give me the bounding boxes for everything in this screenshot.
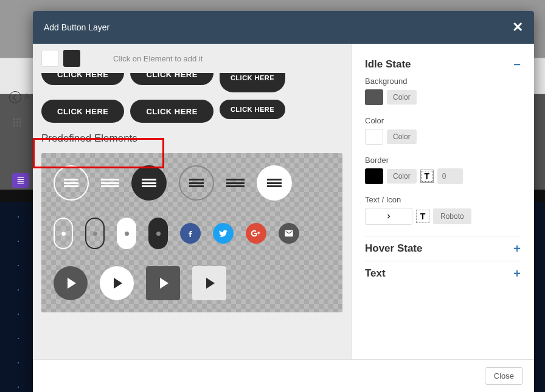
collapse-icon: − (513, 58, 521, 70)
history-icon (9, 91, 21, 103)
preset-button[interactable]: CLICK HERE (130, 100, 213, 123)
hover-state-title: Hover State (365, 242, 422, 255)
color-label: Color (365, 116, 521, 125)
toolbar-hint: Click on Element to add it (113, 54, 203, 63)
bg-letter: A (24, 92, 29, 101)
twitter-icon[interactable] (213, 223, 234, 244)
right-panel: Idle State − Background Color Color Colo… (352, 44, 534, 359)
background-swatch[interactable] (365, 89, 383, 105)
border-swatch[interactable] (365, 168, 383, 184)
capsule-fill-dark[interactable] (148, 218, 168, 249)
play-circle-dark[interactable] (54, 266, 88, 300)
expand-icon: + (513, 267, 521, 280)
border-color-btn[interactable]: Color (387, 169, 417, 184)
toolbar: Click on Element to add it (33, 44, 351, 73)
border-width-input[interactable]: 0 (437, 168, 463, 184)
border-style-icon[interactable]: T (420, 170, 434, 183)
modal-header: Add Button Layer ✕ (33, 11, 534, 44)
text-icon-label: Text / Icon (365, 195, 521, 204)
add-button-layer-modal: Add Button Layer ✕ Click on Element to a… (33, 11, 534, 392)
preset-button[interactable]: CLICK HERE (220, 100, 285, 119)
facebook-icon[interactable] (180, 223, 201, 244)
play-circle-white[interactable] (100, 266, 134, 300)
color-btn[interactable]: Color (387, 129, 417, 144)
hover-state-header[interactable]: Hover State + (365, 236, 521, 261)
capsule-fill-white[interactable] (117, 218, 136, 249)
email-icon[interactable] (279, 223, 299, 244)
left-panel: Click on Element to add it CLICK HERE CL… (33, 44, 352, 359)
play-square-light[interactable] (192, 266, 226, 300)
burger-circle-gray[interactable] (179, 165, 214, 201)
background-color-btn[interactable]: Color (387, 90, 417, 105)
burger-circle-white[interactable] (257, 165, 292, 201)
capsule-outline-dark[interactable] (85, 218, 105, 249)
preset-button[interactable]: CLICK HERE (220, 73, 285, 92)
close-button[interactable]: Close (485, 367, 523, 385)
modal-title: Add Button Layer (44, 22, 109, 32)
icon-picker-btn[interactable] (365, 208, 412, 225)
expand-icon: + (513, 242, 521, 255)
burger-circle-dark[interactable] (131, 165, 167, 201)
burger-icon-white[interactable] (101, 179, 119, 187)
google-plus-icon[interactable] (246, 223, 266, 244)
preset-button[interactable]: CLICK HERE (41, 100, 124, 123)
elements-grid (41, 153, 342, 312)
swatch-white[interactable] (41, 50, 58, 67)
capsule-outline-white[interactable] (54, 218, 73, 249)
predefined-elements-title: Predefined Elements (41, 132, 342, 145)
preset-button[interactable]: CLICK HERE (41, 73, 124, 85)
background-label: Background (365, 77, 521, 86)
preset-button[interactable]: CLICK HERE (130, 73, 213, 85)
close-icon[interactable]: ✕ (512, 19, 523, 35)
burger-circle-outline[interactable] (54, 165, 89, 201)
text-style-icon[interactable]: T (416, 210, 429, 223)
grip-icon (13, 119, 21, 127)
swatch-dark[interactable] (63, 50, 80, 67)
text-section-header[interactable]: Text + (365, 261, 521, 286)
color-swatch[interactable] (365, 129, 383, 145)
play-square-dark[interactable] (146, 266, 180, 300)
burger-icon-dark[interactable] (226, 179, 245, 187)
border-label: Border (365, 156, 521, 165)
text-section-title: Text (365, 267, 386, 280)
idle-state-header[interactable]: Idle State − (365, 52, 521, 77)
layer-badge (12, 173, 29, 188)
modal-footer: Close (33, 359, 534, 392)
font-select[interactable]: Roboto (433, 208, 471, 224)
idle-state-title: Idle State (365, 58, 411, 70)
